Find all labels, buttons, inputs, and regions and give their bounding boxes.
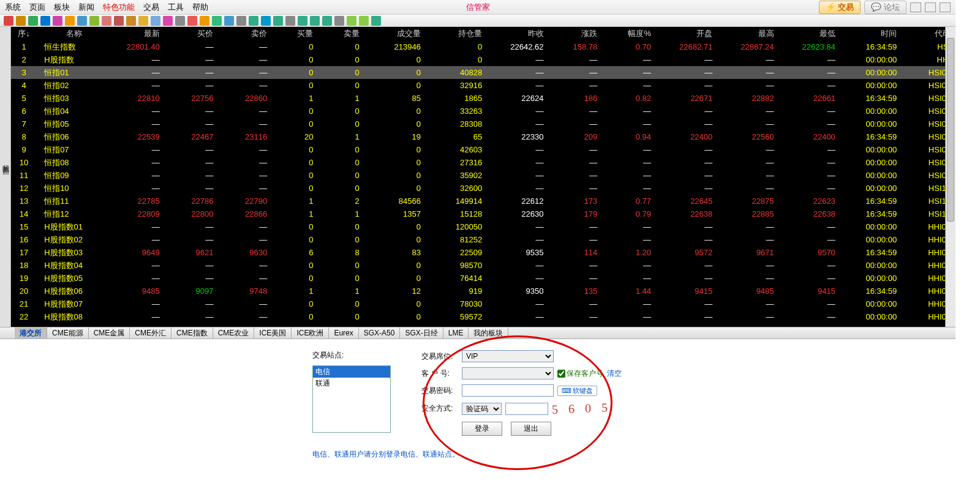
clear-link[interactable]: 清空: [607, 368, 622, 379]
maximize-icon[interactable]: [925, 2, 936, 12]
tool-icon-23[interactable]: [285, 16, 295, 26]
col-15[interactable]: 时间: [840, 27, 902, 40]
menu-5[interactable]: 交易: [143, 2, 159, 13]
tool-icon-1[interactable]: [16, 16, 26, 26]
tool-icon-29[interactable]: [359, 16, 369, 26]
table-row[interactable]: 1恒生指数22801.40——00213946022642.62158.780.…: [11, 40, 956, 53]
table-row[interactable]: 16H股指数02———00081252——————00:00:00HHI02: [11, 233, 956, 246]
col-10[interactable]: 涨跌: [549, 27, 603, 40]
table-row[interactable]: 20H股指数06948590979748111291993501351.4494…: [11, 285, 956, 297]
col-1[interactable]: 名称: [42, 27, 111, 40]
tool-icon-30[interactable]: [371, 16, 381, 26]
tab-4[interactable]: CME指数: [172, 327, 213, 338]
col-12[interactable]: 开盘: [656, 27, 717, 40]
sidebar-mypage[interactable]: 我的页面▸: [1, 29, 10, 302]
minimize-icon[interactable]: [910, 2, 921, 12]
table-row[interactable]: 17H股指数0396499621963068832250995351141.20…: [11, 246, 956, 259]
captcha-image[interactable]: 5 6 0 5: [552, 400, 612, 416]
tool-icon-27[interactable]: [334, 16, 344, 26]
col-0[interactable]: 序↓: [11, 27, 42, 40]
tab-7[interactable]: ICE欧洲: [292, 327, 329, 338]
vertical-scrollbar[interactable]: [945, 27, 956, 327]
table-row[interactable]: 5恒指0322810227562286011851865226241860.82…: [11, 92, 956, 105]
tab-10[interactable]: SGX-日经: [400, 327, 443, 338]
menu-7[interactable]: 帮助: [192, 2, 208, 13]
col-13[interactable]: 最高: [717, 27, 778, 40]
col-6[interactable]: 卖量: [318, 27, 364, 40]
table-row[interactable]: 9恒指07———00042603——————00:00:00HSI07: [11, 143, 956, 156]
tab-6[interactable]: ICE美国: [254, 327, 292, 338]
left-sidebar[interactable]: 我的页面▸ 国际板块: [0, 27, 11, 327]
tool-icon-7[interactable]: [89, 16, 99, 26]
seat-select[interactable]: VIP: [462, 350, 554, 362]
pwd-input[interactable]: [462, 384, 554, 397]
table-row[interactable]: 3恒指01———00040828——————00:00:00HSI01: [11, 66, 956, 79]
col-8[interactable]: 持仓量: [426, 27, 487, 40]
tab-3[interactable]: CME外汇: [130, 327, 172, 338]
table-row[interactable]: 11恒指09———00035902——————00:00:00HSI09: [11, 169, 956, 182]
tool-icon-9[interactable]: [114, 16, 124, 26]
table-row[interactable]: 19H股指数05———00076414——————00:00:00HHI05: [11, 272, 956, 285]
table-row[interactable]: 13恒指112278522786227901284566149914226121…: [11, 195, 956, 207]
site-item-0[interactable]: 电信: [313, 366, 390, 378]
exit-button[interactable]: 退出: [511, 422, 551, 436]
tab-8[interactable]: Eurex: [329, 327, 358, 338]
tool-icon-4[interactable]: [53, 16, 62, 26]
close-icon[interactable]: [940, 2, 951, 12]
tool-icon-13[interactable]: [163, 16, 173, 26]
tool-icon-11[interactable]: [138, 16, 148, 26]
tab-5[interactable]: CME农业: [213, 327, 255, 338]
table-row[interactable]: 2H股指数———0000——————00:00:00HHI: [11, 53, 956, 66]
tool-icon-19[interactable]: [236, 16, 246, 26]
col-9[interactable]: 昨收: [487, 27, 548, 40]
menu-0[interactable]: 系统: [5, 2, 21, 13]
captcha-input[interactable]: [505, 403, 548, 415]
col-4[interactable]: 卖价: [218, 27, 272, 40]
table-row[interactable]: 14恒指122280922800228661113571512822630179…: [11, 207, 956, 220]
tab-1[interactable]: CME能源: [47, 327, 89, 338]
tool-icon-3[interactable]: [40, 16, 50, 26]
menu-1[interactable]: 页面: [29, 2, 45, 13]
menu-4[interactable]: 特色功能: [103, 2, 135, 13]
table-row[interactable]: 4恒指02———00032916——————00:00:00HSI02: [11, 79, 956, 92]
tab-11[interactable]: LME: [443, 327, 469, 338]
tool-icon-21[interactable]: [261, 16, 271, 26]
trade-button[interactable]: ⚡ 交易: [819, 1, 861, 14]
tab-2[interactable]: CME金属: [89, 327, 130, 338]
tool-icon-22[interactable]: [273, 16, 283, 26]
tool-icon-2[interactable]: [28, 16, 38, 26]
menu-6[interactable]: 工具: [168, 2, 184, 13]
tab-9[interactable]: SGX-A50: [359, 327, 401, 338]
tool-icon-14[interactable]: [175, 16, 185, 26]
tool-icon-10[interactable]: [126, 16, 136, 26]
table-row[interactable]: 8恒指062253922467231162011965223302090.942…: [11, 130, 956, 143]
tool-icon-5[interactable]: [65, 16, 75, 26]
table-row[interactable]: 6恒指04———00033263——————00:00:00HSI04: [11, 105, 956, 118]
tool-icon-17[interactable]: [212, 16, 222, 26]
sidebar-intl[interactable]: 国际板块: [0, 29, 1, 327]
menu-2[interactable]: 板块: [54, 2, 70, 13]
table-row[interactable]: 7恒指05———00028308——————00:00:00HSI05: [11, 118, 956, 130]
tool-icon-8[interactable]: [102, 16, 111, 26]
site-listbox[interactable]: 电信联通: [312, 365, 391, 433]
col-2[interactable]: 最新: [111, 27, 165, 40]
login-button[interactable]: 登录: [462, 422, 502, 436]
tool-icon-28[interactable]: [347, 16, 356, 26]
table-row[interactable]: 12恒指10———00032600——————00:00:00HSI10: [11, 182, 956, 195]
tool-icon-12[interactable]: [151, 16, 160, 26]
col-14[interactable]: 最低: [779, 27, 840, 40]
tool-icon-6[interactable]: [77, 16, 87, 26]
tool-icon-15[interactable]: [187, 16, 197, 26]
tool-icon-18[interactable]: [224, 16, 234, 26]
tool-icon-24[interactable]: [298, 16, 307, 26]
tool-icon-0[interactable]: [4, 16, 13, 26]
softkb-button[interactable]: ⌨ 软键盘: [557, 386, 597, 396]
cust-select[interactable]: [462, 367, 554, 379]
save-cust-checkbox[interactable]: 保存客户号: [557, 368, 603, 379]
forum-button[interactable]: 💬 论坛: [864, 1, 907, 14]
tab-0[interactable]: 港交所: [15, 327, 47, 338]
tab-12[interactable]: 我的板块: [469, 327, 508, 338]
col-7[interactable]: 成交量: [364, 27, 426, 40]
menu-3[interactable]: 新闻: [78, 2, 94, 13]
table-row[interactable]: 10恒指08———00027316——————00:00:00HSI08: [11, 156, 956, 169]
